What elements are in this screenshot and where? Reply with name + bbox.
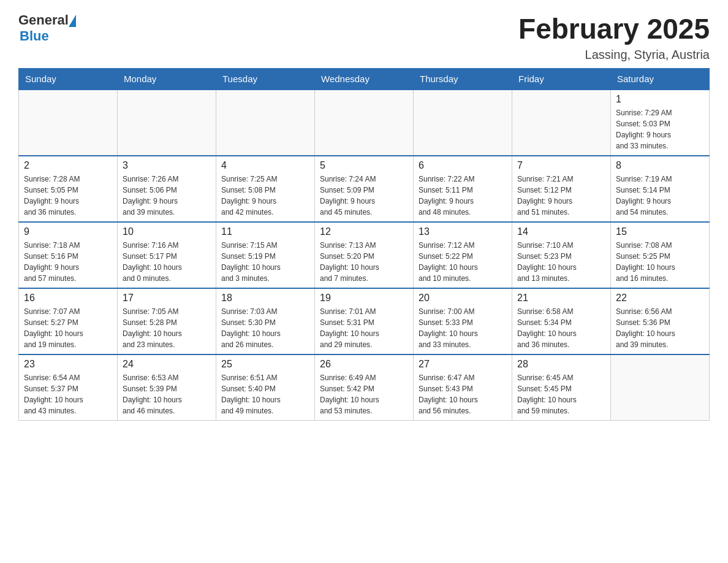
logo-triangle-icon (69, 15, 76, 27)
day-info: Sunrise: 6:47 AM Sunset: 5:43 PM Dayligh… (419, 372, 507, 416)
calendar-cell: 22Sunrise: 6:56 AM Sunset: 5:36 PM Dayli… (611, 288, 710, 354)
day-info: Sunrise: 7:24 AM Sunset: 5:09 PM Dayligh… (320, 174, 408, 218)
day-info: Sunrise: 7:25 AM Sunset: 5:08 PM Dayligh… (221, 174, 309, 218)
calendar-cell (414, 90, 512, 156)
day-info: Sunrise: 7:03 AM Sunset: 5:30 PM Dayligh… (221, 306, 309, 350)
logo-general-text: General (18, 12, 69, 28)
calendar-cell: 26Sunrise: 6:49 AM Sunset: 5:42 PM Dayli… (315, 354, 414, 421)
calendar-cell: 11Sunrise: 7:15 AM Sunset: 5:19 PM Dayli… (216, 222, 315, 288)
day-number: 18 (221, 293, 309, 304)
weekday-header-monday: Monday (118, 69, 216, 90)
day-info: Sunrise: 7:16 AM Sunset: 5:17 PM Dayligh… (123, 240, 211, 284)
day-info: Sunrise: 7:18 AM Sunset: 5:16 PM Dayligh… (24, 240, 112, 284)
day-number: 27 (419, 359, 507, 370)
day-number: 20 (419, 293, 507, 304)
calendar-cell (118, 90, 216, 156)
calendar-cell: 10Sunrise: 7:16 AM Sunset: 5:17 PM Dayli… (118, 222, 216, 288)
week-row-4: 16Sunrise: 7:07 AM Sunset: 5:27 PM Dayli… (19, 288, 710, 354)
calendar-cell: 6Sunrise: 7:22 AM Sunset: 5:11 PM Daylig… (414, 156, 512, 222)
day-info: Sunrise: 6:45 AM Sunset: 5:45 PM Dayligh… (517, 372, 605, 416)
logo-blue-text: Blue (20, 28, 49, 44)
day-number: 16 (24, 293, 112, 304)
calendar-cell: 13Sunrise: 7:12 AM Sunset: 5:22 PM Dayli… (414, 222, 512, 288)
day-number: 12 (320, 226, 408, 237)
day-number: 2 (24, 160, 112, 171)
day-info: Sunrise: 7:08 AM Sunset: 5:25 PM Dayligh… (616, 240, 704, 284)
page-header: General Blue February 2025 Lassing, Styr… (18, 12, 710, 62)
weekday-header-friday: Friday (512, 69, 611, 90)
weekday-header-saturday: Saturday (611, 69, 710, 90)
day-info: Sunrise: 7:07 AM Sunset: 5:27 PM Dayligh… (24, 306, 112, 350)
day-number: 19 (320, 293, 408, 304)
calendar-cell: 14Sunrise: 7:10 AM Sunset: 5:23 PM Dayli… (512, 222, 611, 288)
calendar-cell (512, 90, 611, 156)
day-number: 24 (123, 359, 211, 370)
day-info: Sunrise: 7:29 AM Sunset: 5:03 PM Dayligh… (616, 107, 704, 151)
weekday-header-row: SundayMondayTuesdayWednesdayThursdayFrid… (19, 69, 710, 90)
calendar-cell (611, 354, 710, 421)
day-info: Sunrise: 7:10 AM Sunset: 5:23 PM Dayligh… (517, 240, 605, 284)
day-number: 21 (517, 293, 605, 304)
weekday-header-sunday: Sunday (19, 69, 118, 90)
day-number: 9 (24, 226, 112, 237)
day-number: 8 (616, 160, 704, 171)
calendar-cell (315, 90, 414, 156)
day-number: 3 (123, 160, 211, 171)
day-number: 5 (320, 160, 408, 171)
calendar-cell: 5Sunrise: 7:24 AM Sunset: 5:09 PM Daylig… (315, 156, 414, 222)
day-info: Sunrise: 7:00 AM Sunset: 5:33 PM Dayligh… (419, 306, 507, 350)
calendar-cell: 15Sunrise: 7:08 AM Sunset: 5:25 PM Dayli… (611, 222, 710, 288)
calendar-cell: 23Sunrise: 6:54 AM Sunset: 5:37 PM Dayli… (19, 354, 118, 421)
day-info: Sunrise: 7:13 AM Sunset: 5:20 PM Dayligh… (320, 240, 408, 284)
day-info: Sunrise: 7:15 AM Sunset: 5:19 PM Dayligh… (221, 240, 309, 284)
calendar-cell (19, 90, 118, 156)
calendar-cell: 12Sunrise: 7:13 AM Sunset: 5:20 PM Dayli… (315, 222, 414, 288)
day-number: 17 (123, 293, 211, 304)
calendar-cell (216, 90, 315, 156)
calendar-cell: 17Sunrise: 7:05 AM Sunset: 5:28 PM Dayli… (118, 288, 216, 354)
weekday-header-thursday: Thursday (414, 69, 512, 90)
calendar-cell: 9Sunrise: 7:18 AM Sunset: 5:16 PM Daylig… (19, 222, 118, 288)
week-row-2: 2Sunrise: 7:28 AM Sunset: 5:05 PM Daylig… (19, 156, 710, 222)
calendar-cell: 4Sunrise: 7:25 AM Sunset: 5:08 PM Daylig… (216, 156, 315, 222)
day-info: Sunrise: 7:22 AM Sunset: 5:11 PM Dayligh… (419, 174, 507, 218)
day-number: 1 (616, 94, 704, 105)
calendar-cell: 21Sunrise: 6:58 AM Sunset: 5:34 PM Dayli… (512, 288, 611, 354)
day-number: 25 (221, 359, 309, 370)
calendar-subtitle: Lassing, Styria, Austria (518, 48, 710, 62)
calendar-cell: 18Sunrise: 7:03 AM Sunset: 5:30 PM Dayli… (216, 288, 315, 354)
day-number: 26 (320, 359, 408, 370)
day-number: 23 (24, 359, 112, 370)
week-row-3: 9Sunrise: 7:18 AM Sunset: 5:16 PM Daylig… (19, 222, 710, 288)
weekday-header-wednesday: Wednesday (315, 69, 414, 90)
title-section: February 2025 Lassing, Styria, Austria (518, 12, 710, 62)
calendar-cell: 3Sunrise: 7:26 AM Sunset: 5:06 PM Daylig… (118, 156, 216, 222)
calendar-cell: 19Sunrise: 7:01 AM Sunset: 5:31 PM Dayli… (315, 288, 414, 354)
calendar-cell: 16Sunrise: 7:07 AM Sunset: 5:27 PM Dayli… (19, 288, 118, 354)
day-info: Sunrise: 6:54 AM Sunset: 5:37 PM Dayligh… (24, 372, 112, 416)
calendar-cell: 8Sunrise: 7:19 AM Sunset: 5:14 PM Daylig… (611, 156, 710, 222)
calendar-table: SundayMondayTuesdayWednesdayThursdayFrid… (18, 68, 710, 421)
day-info: Sunrise: 6:51 AM Sunset: 5:40 PM Dayligh… (221, 372, 309, 416)
calendar-title: February 2025 (518, 12, 710, 45)
calendar-cell: 24Sunrise: 6:53 AM Sunset: 5:39 PM Dayli… (118, 354, 216, 421)
day-number: 22 (616, 293, 704, 304)
calendar-cell: 7Sunrise: 7:21 AM Sunset: 5:12 PM Daylig… (512, 156, 611, 222)
day-info: Sunrise: 6:53 AM Sunset: 5:39 PM Dayligh… (123, 372, 211, 416)
day-number: 6 (419, 160, 507, 171)
day-info: Sunrise: 7:05 AM Sunset: 5:28 PM Dayligh… (123, 306, 211, 350)
day-number: 4 (221, 160, 309, 171)
day-info: Sunrise: 6:49 AM Sunset: 5:42 PM Dayligh… (320, 372, 408, 416)
day-number: 7 (517, 160, 605, 171)
calendar-cell: 20Sunrise: 7:00 AM Sunset: 5:33 PM Dayli… (414, 288, 512, 354)
calendar-cell: 2Sunrise: 7:28 AM Sunset: 5:05 PM Daylig… (19, 156, 118, 222)
day-info: Sunrise: 7:12 AM Sunset: 5:22 PM Dayligh… (419, 240, 507, 284)
day-number: 10 (123, 226, 211, 237)
logo: General Blue (18, 12, 76, 44)
day-info: Sunrise: 6:58 AM Sunset: 5:34 PM Dayligh… (517, 306, 605, 350)
weekday-header-tuesday: Tuesday (216, 69, 315, 90)
day-info: Sunrise: 7:21 AM Sunset: 5:12 PM Dayligh… (517, 174, 605, 218)
day-info: Sunrise: 7:01 AM Sunset: 5:31 PM Dayligh… (320, 306, 408, 350)
day-info: Sunrise: 7:26 AM Sunset: 5:06 PM Dayligh… (123, 174, 211, 218)
day-number: 11 (221, 226, 309, 237)
